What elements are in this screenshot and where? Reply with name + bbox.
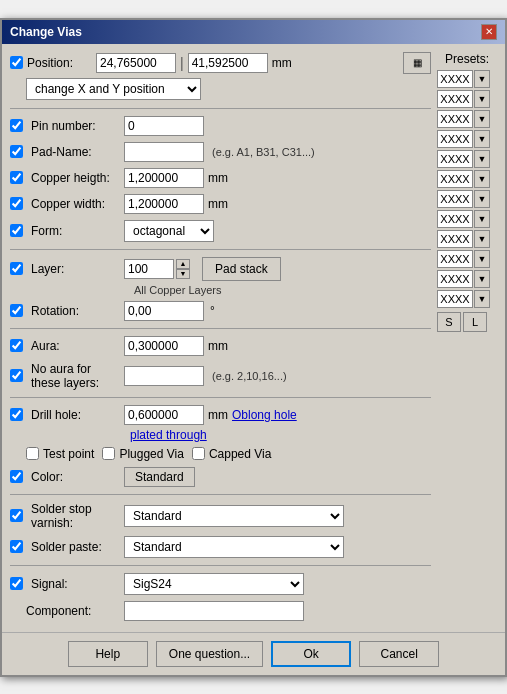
copper-width-checkbox[interactable] [10,197,23,210]
layer-spin-down[interactable]: ▼ [176,269,190,279]
capped-via-label[interactable]: Capped Via [192,447,272,461]
no-aura-checkbox[interactable] [10,369,23,382]
copper-width-row: Copper width: mm [10,191,431,217]
layer-checkbox[interactable] [10,262,23,275]
preset-arrow-9[interactable]: ▼ [474,230,490,248]
preset-arrow-10[interactable]: ▼ [474,250,490,268]
form-dropdown[interactable]: octagonal round square rectangular [124,220,214,242]
layer-input-wrap: ▲ ▼ [124,259,190,279]
preset-input-8[interactable] [437,210,473,228]
preset-input-9[interactable] [437,230,473,248]
copper-width-input[interactable] [124,194,204,214]
color-standard-button[interactable]: Standard [124,467,195,487]
preset-arrow-11[interactable]: ▼ [474,270,490,288]
rotation-label: Rotation: [31,304,79,318]
drill-hole-checkbox[interactable] [10,408,23,421]
color-label-wrap: Color: [10,470,120,484]
layer-input[interactable] [124,259,174,279]
ok-button[interactable]: Ok [271,641,351,667]
cancel-button[interactable]: Cancel [359,641,439,667]
preset-arrow-1[interactable]: ▼ [474,70,490,88]
copper-width-unit: mm [208,197,228,211]
grid-button[interactable]: ▦ [403,52,431,74]
copper-height-input[interactable] [124,168,204,188]
signal-checkbox[interactable] [10,577,23,590]
component-label: Component: [26,604,91,618]
plugged-via-checkbox[interactable] [102,447,115,460]
pad-name-label: Pad-Name: [31,145,92,159]
preset-arrow-6[interactable]: ▼ [474,170,490,188]
preset-input-3[interactable] [437,110,473,128]
pin-number-row: Pin number: [10,113,431,139]
preset-arrow-7[interactable]: ▼ [474,190,490,208]
change-position-dropdown[interactable]: change X and Y position change X positio… [26,78,201,100]
preset-input-1[interactable] [437,70,473,88]
no-aura-input[interactable] [124,366,204,386]
preset-input-7[interactable] [437,190,473,208]
oblong-hole-link[interactable]: Oblong hole [232,408,297,422]
color-checkbox[interactable] [10,470,23,483]
preset-arrow-4[interactable]: ▼ [474,130,490,148]
help-button[interactable]: Help [68,641,148,667]
close-button[interactable]: ✕ [481,24,497,40]
preset-arrow-3[interactable]: ▼ [474,110,490,128]
preset-arrow-5[interactable]: ▼ [474,150,490,168]
solder-stop-checkbox[interactable] [10,509,23,522]
pad-name-hint: (e.g. A1, B31, C31...) [212,146,315,158]
form-row: Form: octagonal round square rectangular [10,217,431,245]
signal-label: Signal: [31,577,68,591]
rotation-checkbox[interactable] [10,304,23,317]
preset-arrow-2[interactable]: ▼ [474,90,490,108]
solder-stop-row: Solder stop varnish: Standard None Custo… [10,499,431,533]
pad-stack-button[interactable]: Pad stack [202,257,281,281]
position-checkbox[interactable] [10,56,23,69]
preset-s-button[interactable]: S [437,312,461,332]
copper-height-checkbox[interactable] [10,171,23,184]
aura-checkbox[interactable] [10,339,23,352]
copper-width-label: Copper width: [31,197,105,211]
preset-input-11[interactable] [437,270,473,288]
preset-input-2[interactable] [437,90,473,108]
preset-arrow-8[interactable]: ▼ [474,210,490,228]
preset-input-10[interactable] [437,250,473,268]
pad-name-input[interactable] [124,142,204,162]
solder-paste-row: Solder paste: Standard None Custom [10,533,431,561]
plated-through-link[interactable]: plated through [130,428,207,442]
pad-name-checkbox[interactable] [10,145,23,158]
copper-height-row: Copper heigth: mm [10,165,431,191]
preset-l-button[interactable]: L [463,312,487,332]
preset-input-12[interactable] [437,290,473,308]
preset-row-9: ▼ [437,230,497,248]
form-label-wrap: Form: [10,224,120,238]
capped-via-checkbox[interactable] [192,447,205,460]
form-checkbox[interactable] [10,224,23,237]
aura-input[interactable] [124,336,204,356]
signal-dropdown[interactable]: SigS24 [124,573,304,595]
pin-number-checkbox[interactable] [10,119,23,132]
preset-row-10: ▼ [437,250,497,268]
solder-paste-dropdown[interactable]: Standard None Custom [124,536,344,558]
test-point-label[interactable]: Test point [26,447,94,461]
solder-stop-dropdown[interactable]: Standard None Custom [124,505,344,527]
position-x-input[interactable] [96,53,176,73]
preset-arrow-12[interactable]: ▼ [474,290,490,308]
layer-spin-up[interactable]: ▲ [176,259,190,269]
preset-row-11: ▼ [437,270,497,288]
component-label-wrap: Component: [10,604,120,618]
no-aura-label-wrap: No aura for these layers: [10,362,120,390]
rotation-input[interactable] [124,301,204,321]
plugged-via-label[interactable]: Plugged Via [102,447,184,461]
preset-input-6[interactable] [437,170,473,188]
solder-paste-checkbox[interactable] [10,540,23,553]
one-question-button[interactable]: One question... [156,641,263,667]
preset-row-6: ▼ [437,170,497,188]
rotation-row: Rotation: ° [10,298,431,324]
pin-number-input[interactable] [124,116,204,136]
component-input[interactable] [124,601,304,621]
preset-input-5[interactable] [437,150,473,168]
color-row: Color: Standard [10,464,431,490]
test-point-checkbox[interactable] [26,447,39,460]
position-y-input[interactable] [188,53,268,73]
drill-hole-input[interactable] [124,405,204,425]
preset-input-4[interactable] [437,130,473,148]
